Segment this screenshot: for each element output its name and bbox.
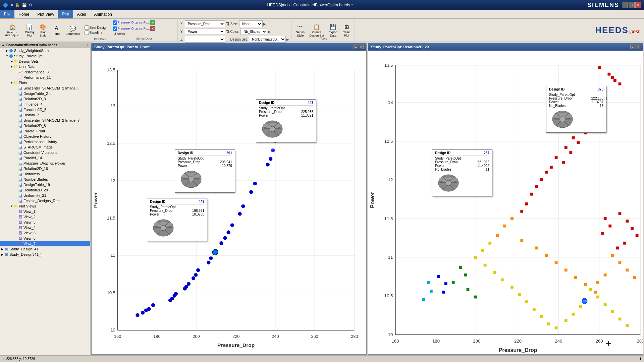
tooltip-376: Design ID 376 Study_ParetoOpt Pressure_D… bbox=[546, 86, 606, 133]
titlebar: 🔷 ■ 🔒 💾 ⚙ HEEDSjmdo - ConstrainedBlowerO… bbox=[0, 0, 644, 10]
tree-item-uniformity[interactable]: ▶ 📊 Uniformity bbox=[0, 171, 90, 177]
svg-point-59 bbox=[249, 190, 253, 194]
size-dropdown[interactable]: None bbox=[239, 20, 263, 27]
toolbar-plot-data-group: 🏠 Return toHEEDS|mdo 📊 CreatePlot ▼ 🎨 Pl… bbox=[1, 19, 110, 41]
export-data-label: ExportData bbox=[329, 31, 337, 38]
svg-rect-151 bbox=[574, 276, 577, 279]
tree-item-study-pareto[interactable]: ▼ 🔷 Study_ParetoOpt bbox=[0, 53, 90, 59]
tree-item-performance11[interactable]: ▶ 📈 Performance_11 bbox=[0, 75, 90, 80]
comments-button[interactable]: 💬 Comments bbox=[64, 23, 82, 37]
svg-rect-186 bbox=[616, 247, 619, 250]
reset-plot-button[interactable]: ⊞ ResetPlot bbox=[340, 22, 353, 39]
left-plot-maximize-button[interactable]: □ bbox=[359, 45, 364, 49]
series-style-button[interactable]: 〰 SeriesStyle bbox=[294, 22, 306, 39]
menu-animation[interactable]: Animation bbox=[90, 10, 116, 18]
remove-series-button[interactable]: ✕ bbox=[150, 26, 155, 31]
menu-axes[interactable]: Axes bbox=[73, 10, 90, 18]
tree-item-view2[interactable]: ▶ 🖼 View_2 bbox=[0, 214, 90, 220]
svg-point-47 bbox=[192, 276, 195, 280]
tree-item-plots[interactable]: ▼ 📁 Plots bbox=[0, 80, 90, 85]
menu-plot[interactable]: Plot bbox=[58, 10, 73, 18]
tree-item-parallel14[interactable]: ▶ 📊 Parallel_14 bbox=[0, 155, 90, 161]
tree-item-perf-history[interactable]: ▶ 📊 Performance History bbox=[0, 139, 90, 144]
tree-item-design-table19[interactable]: ▶ 📊 DesignTable_19 bbox=[0, 182, 90, 187]
tree-item-function2d5[interactable]: ▶ 📊 Function2D_5 bbox=[0, 107, 90, 112]
svg-rect-198 bbox=[626, 324, 629, 327]
tree-item-relation2d8[interactable]: ▶ 📊 Relation2D_8 bbox=[0, 123, 90, 128]
x-dropdown[interactable]: Pressure_Drop bbox=[185, 20, 225, 27]
design-set-dropdown[interactable]: NonDominatedD... bbox=[249, 36, 286, 43]
tree-item-relation2d16[interactable]: ▶ 📊 Relation2D_16 bbox=[0, 166, 90, 171]
svg-point-38 bbox=[147, 307, 151, 311]
tree-item-influence4[interactable]: ▶ 📊 Influence_4 bbox=[0, 102, 90, 107]
svg-text:200: 200 bbox=[473, 339, 480, 344]
tree-item-pareto-front[interactable]: ▶ 📊 Pareto_Front bbox=[0, 128, 90, 134]
tree-item-plot-views[interactable]: ▼ 📁 Plot Views bbox=[0, 203, 90, 209]
tree-item-view6[interactable]: ▶ 🖼 View_6 bbox=[0, 236, 90, 241]
sidebar-add-button[interactable]: + bbox=[87, 43, 89, 47]
left-plot-content[interactable]: 10 10.5 11 11.5 12 12.5 13 13.5 160 180 … bbox=[92, 51, 366, 354]
tree-item-view1[interactable]: ▶ 🖼 View_1 bbox=[0, 209, 90, 214]
tree-item-relation2d3[interactable]: ▶ 📊 Relation2D_3 bbox=[0, 96, 90, 102]
tree-item-design-sets[interactable]: ▶ 📁 Design Sets bbox=[0, 59, 90, 64]
svg-rect-119 bbox=[613, 79, 616, 82]
right-plot-content[interactable]: 10 10.5 11 11.5 12 12.5 13 13.5 160 180 … bbox=[368, 51, 643, 354]
tree-item-constraint[interactable]: ▶ 📊 Constraint Violations bbox=[0, 150, 90, 155]
fonts-button[interactable]: A Fonts bbox=[50, 23, 62, 37]
menu-plotview[interactable]: Plot View bbox=[33, 10, 58, 18]
left-plot-minimize-button[interactable]: – bbox=[354, 45, 358, 49]
comments-label: Comments bbox=[65, 33, 80, 36]
color-dropdown[interactable]: Nb_Blades bbox=[240, 28, 267, 35]
left-plot-panel: Study_ParetoOpt: Pareto_Front – □ bbox=[91, 43, 367, 355]
svg-text:/.: /. bbox=[163, 236, 164, 238]
tree-item-numberblades[interactable]: ▶ 📊 NumberBlades bbox=[0, 177, 90, 182]
svg-text:10: 10 bbox=[110, 328, 115, 333]
add-series-button[interactable]: + bbox=[150, 20, 155, 25]
tree-item-starccm[interactable]: ▶ 📊 STARCCM Image bbox=[0, 144, 90, 150]
tooltip-391: Design ID 391 Study_ParetoOpt Pressure_D… bbox=[175, 149, 235, 193]
tree-item-view4[interactable]: ▶ 🖼 View_4 bbox=[0, 225, 90, 230]
tree-item-design-table2[interactable]: ▶ 📊 DesignTable_2 ⚠ bbox=[0, 91, 90, 96]
tree-item-study-weighted[interactable]: ▶ 🔷 Study_WeightedSum bbox=[0, 48, 90, 53]
svg-point-62 bbox=[269, 157, 272, 161]
svg-point-55 bbox=[226, 230, 230, 234]
tree-item-simcenter-image[interactable]: ▶ 📊 Simcenter_STARCCM_2 Image ⚠ bbox=[0, 85, 90, 91]
plot-style-button[interactable]: 🎨 PlotStyle bbox=[37, 22, 49, 39]
create-plot-button[interactable]: 📊 CreatePlot ▼ bbox=[23, 22, 36, 39]
svg-rect-144 bbox=[503, 225, 506, 228]
maximize-button[interactable]: □ bbox=[629, 2, 635, 8]
svg-point-39 bbox=[151, 303, 155, 307]
tree-item-pressure-drop-vs-power[interactable]: ▶ 📊 Pressure_Drop vs. Power bbox=[0, 161, 90, 166]
y-dropdown[interactable]: Power bbox=[185, 28, 225, 35]
tree-item-study341[interactable]: ▶ ⊞ Study_Design341 bbox=[0, 246, 90, 252]
menu-home[interactable]: Home bbox=[14, 10, 33, 18]
right-plot-maximize-button[interactable]: □ bbox=[636, 45, 640, 49]
tree-item-view3[interactable]: ▶ 🖼 View_3 bbox=[0, 220, 90, 225]
svg-rect-175 bbox=[427, 281, 430, 284]
svg-text:10.5: 10.5 bbox=[107, 291, 115, 295]
z-dropdown[interactable] bbox=[185, 36, 225, 43]
tree-item-simcenter7[interactable]: ▶ 📊 Simcenter_STARCCM_2 Image_7 bbox=[0, 118, 90, 123]
right-plot-minimize-button[interactable]: – bbox=[630, 45, 635, 49]
tree-item-obj-history[interactable]: ▶ 📊 Objective History bbox=[0, 134, 90, 139]
tree-item-history7[interactable]: ▶ 📊 History_7 bbox=[0, 112, 90, 118]
tree-item-study3414[interactable]: ▶ ⊞ Study_Design341_4 bbox=[0, 252, 90, 257]
tree-item-user-data[interactable]: ▼ 📁 User Data bbox=[0, 64, 90, 69]
best-design-checkbox[interactable] bbox=[85, 25, 89, 30]
baseline-checkbox[interactable] bbox=[85, 31, 89, 35]
tree-item-view5[interactable]: ▶ 🖼 View_5 bbox=[0, 230, 90, 236]
sidebar-expand-all[interactable]: ▲ bbox=[1, 43, 5, 47]
tree-item-view7[interactable]: ▶ 🖼 View_7 bbox=[0, 241, 90, 246]
minimize-button[interactable]: – bbox=[622, 2, 628, 8]
return-to-heeds-button[interactable]: 🏠 Return toHEEDS|mdo bbox=[3, 22, 22, 38]
tree-item-uniformity21[interactable]: ▶ 📊 Uniformity_21 bbox=[0, 193, 90, 198]
tree-item-feasible[interactable]: ▶ 📊 Fesible_Designs_Ran... bbox=[0, 198, 90, 203]
tree-item-performance3[interactable]: ▶ 📈 Performance_3 bbox=[0, 69, 90, 75]
tree-item-relation2d20[interactable]: ▶ 📊 Relation2D_20 bbox=[0, 187, 90, 193]
export-data-button[interactable]: 💾 ExportData bbox=[327, 22, 339, 39]
create-design-set-button[interactable]: 📋 CreateDesign Set bbox=[308, 22, 326, 39]
close-button[interactable]: ✕ bbox=[635, 2, 641, 8]
menu-file[interactable]: File bbox=[0, 10, 14, 18]
series1-checkbox[interactable] bbox=[113, 20, 117, 25]
series2-checkbox[interactable] bbox=[113, 26, 117, 31]
